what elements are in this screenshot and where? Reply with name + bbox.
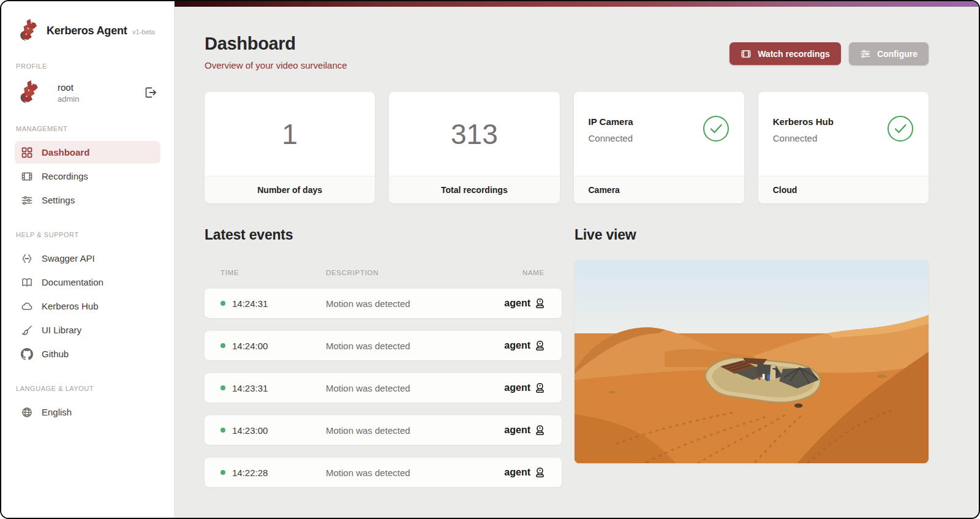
sidebar-item-label: Settings (42, 195, 75, 205)
event-name: agent (504, 298, 530, 309)
management-section-label: MANAGEMENT (16, 125, 160, 132)
cloud-icon (21, 300, 33, 313)
stat-card-recordings: 313 Total recordings (389, 92, 559, 203)
app-window: Kerberos Agent v1-beta PROFILE root admi… (0, 0, 980, 519)
check-circle-icon (703, 115, 729, 142)
column-name: NAME (522, 269, 545, 276)
language-section-label: LANGUAGE & LAYOUT (16, 385, 160, 392)
recordings-value: 313 (451, 118, 498, 151)
event-row[interactable]: 14:24:00 Motion was detected agent (205, 331, 562, 360)
webcam-icon (534, 467, 546, 479)
app-version: v1-beta (132, 28, 155, 36)
event-description: Motion was detected (326, 341, 410, 351)
events-table-header: TIME DESCRIPTION NAME (205, 269, 562, 278)
days-label: Number of days (205, 176, 375, 203)
profile-row: root admin (15, 78, 160, 105)
days-value: 1 (282, 118, 298, 151)
language-nav: English (15, 401, 160, 423)
page-title: Dashboard (205, 34, 347, 54)
sidebar-item-dashboard[interactable]: Dashboard (15, 141, 160, 164)
event-status-dot (221, 301, 225, 306)
event-row[interactable]: 14:23:00 Motion was detected agent (205, 415, 562, 445)
globe-icon (21, 406, 33, 419)
film-icon (21, 170, 33, 183)
sidebar-item-label: Swagger API (42, 253, 95, 263)
event-time: 14:24:31 (232, 298, 268, 309)
event-status-dot (221, 343, 225, 348)
event-name: agent (504, 467, 530, 478)
sidebar-item-settings[interactable]: Settings (15, 189, 160, 211)
camera-footer-label: Camera (574, 176, 744, 203)
event-status-dot (221, 385, 225, 390)
sidebar-item-ui-library[interactable]: UI Library (15, 319, 160, 341)
check-circle-icon (887, 115, 914, 142)
github-icon (21, 348, 33, 360)
event-name: agent (504, 382, 530, 393)
profile-role: admin (58, 94, 143, 104)
camera-title: IP Camera (589, 116, 633, 127)
profile-username: root (58, 82, 143, 93)
camera-status: Connected (589, 133, 633, 143)
cloud-footer-label: Cloud (758, 176, 929, 203)
event-row[interactable]: 14:22:28 Motion was detected agent (205, 458, 562, 487)
stats-row: 1 Number of days 313 Total recordings IP… (205, 92, 929, 203)
sidebar-item-label: Dashboard (42, 147, 89, 157)
event-time: 14:22:28 (232, 468, 268, 478)
event-description: Motion was detected (326, 468, 410, 478)
main-content: Dashboard Overview of your video surveil… (175, 7, 979, 518)
profile-section-label: PROFILE (16, 63, 160, 70)
event-time: 14:23:31 (232, 383, 268, 393)
webcam-icon (534, 382, 546, 394)
watch-recordings-button[interactable]: Watch recordings (729, 42, 841, 65)
logout-icon[interactable] (143, 85, 158, 100)
cloud-status: Connected (773, 133, 834, 143)
webcam-icon (534, 298, 546, 309)
configure-button[interactable]: Configure (849, 42, 929, 65)
brush-icon (21, 324, 33, 336)
braces-icon (21, 252, 33, 265)
sidebar-item-label: English (42, 407, 72, 417)
event-row[interactable]: 14:23:31 Motion was detected agent (205, 373, 562, 403)
sidebar-item-label: Github (42, 349, 69, 359)
event-name: agent (504, 425, 530, 436)
cloud-title: Kerberos Hub (773, 116, 834, 127)
help-section-label: HELP & SUPPORT (16, 231, 160, 238)
sidebar-item-label: Documentation (42, 277, 104, 287)
event-description: Motion was detected (326, 383, 410, 393)
sidebar-item-label: Kerberos Hub (42, 301, 99, 311)
event-status-dot (221, 470, 225, 475)
sidebar-item-github[interactable]: Github (15, 343, 160, 365)
main-area: Dashboard Overview of your video surveil… (175, 1, 979, 518)
latest-events-section: Latest events TIME DESCRIPTION NAME 14:2… (205, 227, 562, 500)
sidebar-item-label: Recordings (42, 171, 88, 181)
topbar-gradient (175, 1, 979, 7)
event-description: Motion was detected (326, 298, 410, 309)
event-time: 14:24:00 (232, 341, 268, 351)
film-icon (741, 48, 752, 59)
sidebar-item-documentation[interactable]: Documentation (15, 271, 160, 294)
avatar (16, 80, 42, 105)
management-nav: Dashboard Recordings (15, 141, 160, 211)
event-time: 14:23:00 (232, 425, 268, 436)
dashboard-grid-icon (21, 146, 33, 159)
latest-events-heading: Latest events (205, 227, 562, 243)
webcam-icon (534, 340, 546, 352)
kerberos-logo-icon (16, 18, 40, 43)
page-subtitle: Overview of your video surveilance (205, 60, 347, 70)
sliders-icon (860, 48, 871, 59)
stat-card-cloud: Kerberos Hub Connected Cloud (758, 92, 929, 203)
event-status-dot (221, 428, 225, 433)
app-logo-row: Kerberos Agent v1-beta (15, 18, 160, 43)
live-view-heading: Live view (575, 227, 929, 243)
sidebar-item-language-english[interactable]: English (15, 401, 160, 423)
sidebar-item-kerberos-hub[interactable]: Kerberos Hub (15, 295, 160, 317)
sliders-icon (21, 194, 33, 206)
event-row[interactable]: 14:24:31 Motion was detected agent (205, 289, 562, 318)
webcam-icon (534, 425, 546, 436)
column-time: TIME (221, 269, 239, 276)
sidebar-item-recordings[interactable]: Recordings (15, 165, 160, 188)
page-header: Dashboard Overview of your video surveil… (205, 34, 929, 70)
app-title: Kerberos Agent (47, 25, 127, 37)
stat-card-camera: IP Camera Connected Camera (574, 92, 744, 203)
sidebar-item-swagger-api[interactable]: Swagger API (15, 247, 160, 270)
